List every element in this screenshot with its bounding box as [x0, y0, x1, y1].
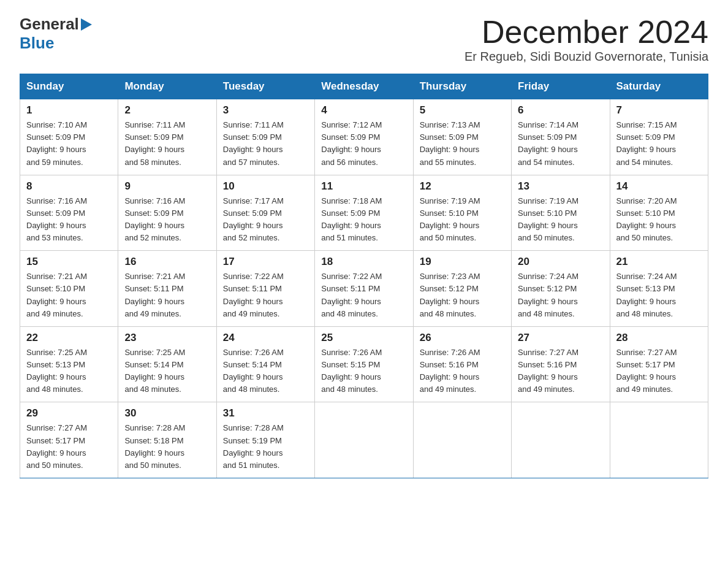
calendar-cell: 21 Sunrise: 7:24 AM Sunset: 5:13 PM Dayl… [610, 251, 708, 327]
day-number: 25 [321, 332, 406, 344]
calendar-cell: 9 Sunrise: 7:16 AM Sunset: 5:09 PM Dayli… [118, 175, 216, 251]
calendar-cell: 27 Sunrise: 7:27 AM Sunset: 5:16 PM Dayl… [512, 326, 610, 402]
calendar-cell: 3 Sunrise: 7:11 AM Sunset: 5:09 PM Dayli… [216, 99, 314, 175]
day-number: 24 [223, 332, 308, 344]
day-number: 1 [26, 104, 112, 117]
day-info: Sunrise: 7:23 AM Sunset: 5:12 PM Dayligh… [420, 270, 505, 320]
calendar-cell: 30 Sunrise: 7:28 AM Sunset: 5:18 PM Dayl… [118, 402, 216, 478]
month-title: December 2024 [464, 15, 708, 50]
calendar-cell: 12 Sunrise: 7:19 AM Sunset: 5:10 PM Dayl… [413, 175, 511, 251]
calendar-cell: 19 Sunrise: 7:23 AM Sunset: 5:12 PM Dayl… [413, 251, 511, 327]
day-number: 22 [26, 332, 112, 344]
calendar-cell: 24 Sunrise: 7:26 AM Sunset: 5:14 PM Dayl… [216, 326, 314, 402]
logo-blue-text: Blue [20, 34, 54, 53]
day-number: 29 [26, 407, 112, 419]
calendar-cell [512, 402, 610, 478]
day-info: Sunrise: 7:18 AM Sunset: 5:09 PM Dayligh… [321, 195, 406, 245]
calendar-cell: 10 Sunrise: 7:17 AM Sunset: 5:09 PM Dayl… [216, 175, 314, 251]
day-info: Sunrise: 7:27 AM Sunset: 5:17 PM Dayligh… [26, 422, 112, 472]
day-info: Sunrise: 7:20 AM Sunset: 5:10 PM Dayligh… [616, 195, 702, 245]
day-info: Sunrise: 7:11 AM Sunset: 5:09 PM Dayligh… [223, 119, 308, 169]
calendar-cell: 15 Sunrise: 7:21 AM Sunset: 5:10 PM Dayl… [20, 251, 118, 327]
day-number: 12 [420, 180, 505, 193]
calendar-cell: 2 Sunrise: 7:11 AM Sunset: 5:09 PM Dayli… [118, 99, 216, 175]
page-header: General Blue December 2024 Er Regueb, Si… [20, 15, 708, 64]
calendar-cell: 7 Sunrise: 7:15 AM Sunset: 5:09 PM Dayli… [610, 99, 708, 175]
calendar-cell: 13 Sunrise: 7:19 AM Sunset: 5:10 PM Dayl… [512, 175, 610, 251]
day-number: 28 [616, 332, 702, 344]
day-number: 23 [124, 332, 210, 344]
calendar-cell: 11 Sunrise: 7:18 AM Sunset: 5:09 PM Dayl… [315, 175, 413, 251]
day-info: Sunrise: 7:10 AM Sunset: 5:09 PM Dayligh… [26, 119, 112, 169]
weekday-header-sunday: Sunday [20, 74, 118, 99]
day-number: 16 [124, 256, 210, 268]
day-info: Sunrise: 7:26 AM Sunset: 5:14 PM Dayligh… [223, 347, 308, 396]
calendar-cell: 26 Sunrise: 7:26 AM Sunset: 5:16 PM Dayl… [413, 326, 511, 402]
day-number: 21 [616, 256, 702, 268]
logo-general-text: General [20, 15, 79, 34]
calendar-cell: 23 Sunrise: 7:25 AM Sunset: 5:14 PM Dayl… [118, 326, 216, 402]
day-number: 10 [223, 180, 308, 193]
day-number: 14 [616, 180, 702, 193]
calendar-cell: 29 Sunrise: 7:27 AM Sunset: 5:17 PM Dayl… [20, 402, 118, 478]
day-number: 6 [518, 104, 603, 117]
day-info: Sunrise: 7:25 AM Sunset: 5:14 PM Dayligh… [124, 347, 210, 396]
calendar-cell: 28 Sunrise: 7:27 AM Sunset: 5:17 PM Dayl… [610, 326, 708, 402]
svg-marker-0 [81, 18, 92, 31]
day-number: 17 [223, 256, 308, 268]
logo: General Blue [20, 15, 92, 53]
weekday-header-thursday: Thursday [413, 74, 511, 99]
calendar-week-row: 22 Sunrise: 7:25 AM Sunset: 5:13 PM Dayl… [20, 326, 708, 402]
day-number: 8 [26, 180, 112, 193]
day-number: 18 [321, 256, 406, 268]
day-info: Sunrise: 7:21 AM Sunset: 5:11 PM Dayligh… [124, 270, 210, 320]
day-info: Sunrise: 7:19 AM Sunset: 5:10 PM Dayligh… [518, 195, 603, 245]
calendar-cell: 16 Sunrise: 7:21 AM Sunset: 5:11 PM Dayl… [118, 251, 216, 327]
day-number: 9 [124, 180, 210, 193]
day-number: 11 [321, 180, 406, 193]
calendar-cell: 6 Sunrise: 7:14 AM Sunset: 5:09 PM Dayli… [512, 99, 610, 175]
day-info: Sunrise: 7:24 AM Sunset: 5:13 PM Dayligh… [616, 270, 702, 320]
day-number: 20 [518, 256, 603, 268]
day-info: Sunrise: 7:16 AM Sunset: 5:09 PM Dayligh… [124, 195, 210, 245]
logo-line1: General [20, 15, 92, 34]
day-number: 13 [518, 180, 603, 193]
day-number: 2 [124, 104, 210, 117]
day-number: 27 [518, 332, 603, 344]
calendar-cell [413, 402, 511, 478]
day-info: Sunrise: 7:11 AM Sunset: 5:09 PM Dayligh… [124, 119, 210, 169]
day-number: 15 [26, 256, 112, 268]
day-info: Sunrise: 7:27 AM Sunset: 5:17 PM Dayligh… [616, 347, 702, 396]
day-info: Sunrise: 7:25 AM Sunset: 5:13 PM Dayligh… [26, 347, 112, 396]
calendar-cell: 8 Sunrise: 7:16 AM Sunset: 5:09 PM Dayli… [20, 175, 118, 251]
logo-arrow-icon [81, 18, 92, 33]
calendar-cell: 18 Sunrise: 7:22 AM Sunset: 5:11 PM Dayl… [315, 251, 413, 327]
weekday-header-row: SundayMondayTuesdayWednesdayThursdayFrid… [20, 74, 708, 99]
calendar-week-row: 29 Sunrise: 7:27 AM Sunset: 5:17 PM Dayl… [20, 402, 708, 478]
day-number: 19 [420, 256, 505, 268]
calendar-week-row: 8 Sunrise: 7:16 AM Sunset: 5:09 PM Dayli… [20, 175, 708, 251]
calendar-cell: 17 Sunrise: 7:22 AM Sunset: 5:11 PM Dayl… [216, 251, 314, 327]
weekday-header-saturday: Saturday [610, 74, 708, 99]
calendar-table: SundayMondayTuesdayWednesdayThursdayFrid… [20, 74, 708, 478]
day-info: Sunrise: 7:27 AM Sunset: 5:16 PM Dayligh… [518, 347, 603, 396]
weekday-header-tuesday: Tuesday [216, 74, 314, 99]
day-number: 5 [420, 104, 505, 117]
day-info: Sunrise: 7:26 AM Sunset: 5:15 PM Dayligh… [321, 347, 406, 396]
calendar-cell: 5 Sunrise: 7:13 AM Sunset: 5:09 PM Dayli… [413, 99, 511, 175]
weekday-header-friday: Friday [512, 74, 610, 99]
title-area: December 2024 Er Regueb, Sidi Bouzid Gov… [464, 15, 708, 64]
day-info: Sunrise: 7:15 AM Sunset: 5:09 PM Dayligh… [616, 119, 702, 169]
day-number: 30 [124, 407, 210, 419]
day-number: 31 [223, 407, 308, 419]
day-info: Sunrise: 7:16 AM Sunset: 5:09 PM Dayligh… [26, 195, 112, 245]
day-info: Sunrise: 7:22 AM Sunset: 5:11 PM Dayligh… [321, 270, 406, 320]
calendar-cell: 20 Sunrise: 7:24 AM Sunset: 5:12 PM Dayl… [512, 251, 610, 327]
day-info: Sunrise: 7:22 AM Sunset: 5:11 PM Dayligh… [223, 270, 308, 320]
day-info: Sunrise: 7:24 AM Sunset: 5:12 PM Dayligh… [518, 270, 603, 320]
calendar-cell: 14 Sunrise: 7:20 AM Sunset: 5:10 PM Dayl… [610, 175, 708, 251]
day-info: Sunrise: 7:28 AM Sunset: 5:19 PM Dayligh… [223, 422, 308, 472]
day-info: Sunrise: 7:13 AM Sunset: 5:09 PM Dayligh… [420, 119, 505, 169]
logo-line2: Blue [20, 34, 54, 53]
day-info: Sunrise: 7:28 AM Sunset: 5:18 PM Dayligh… [124, 422, 210, 472]
